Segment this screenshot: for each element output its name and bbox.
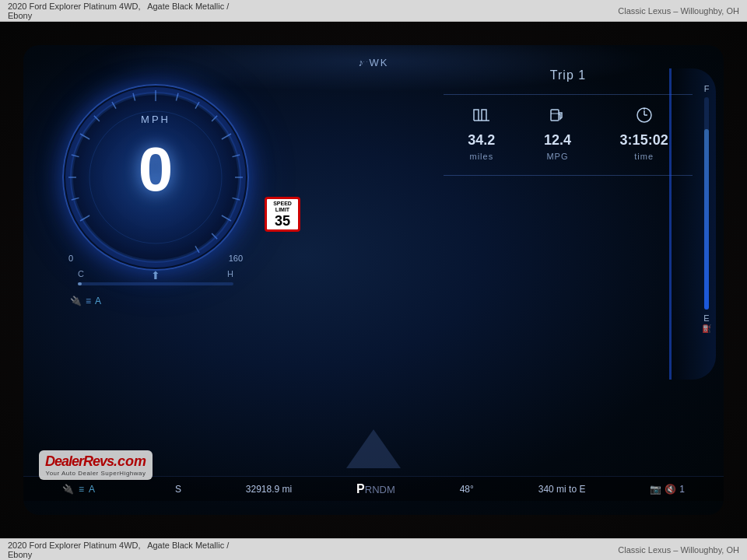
- a-icon: A: [95, 296, 101, 306]
- svg-rect-23: [551, 110, 559, 121]
- fuel-icon-metric: [549, 107, 566, 128]
- mpg-value: 12.4: [544, 132, 571, 149]
- distance-value: 34.2: [468, 132, 495, 149]
- menu-icon: ≡: [86, 296, 91, 306]
- trip-divider-top: [444, 94, 693, 95]
- station-name: WK: [370, 57, 389, 68]
- scale-min: 0: [68, 254, 73, 263]
- power-icon: 🔌: [70, 296, 82, 306]
- status-s: S: [175, 484, 181, 495]
- mpg-unit: MPG: [546, 152, 568, 161]
- bottom-title: 2020 Ford Explorer Platinum 4WD, Agate B…: [8, 541, 251, 559]
- trip-metrics: 34.2 miles 12.4 MPG: [444, 107, 693, 161]
- speed-limit-num: 35: [269, 214, 296, 228]
- watermark: DealerRevs.com Your Auto Dealer SuperHig…: [39, 450, 153, 480]
- power-status-icon: 🔌: [62, 484, 74, 495]
- time-icon: [636, 107, 653, 128]
- dashboard: ♪ WK ...: [0, 22, 747, 538]
- temp-labels: C ⬆ H: [62, 269, 249, 282]
- icons-row: 🔌 ≡ A: [62, 296, 249, 306]
- trip-panel: Trip 1 34.2 miles: [444, 68, 693, 302]
- odometer: 32918.9 mi: [246, 484, 292, 495]
- fuel-bar-fill: [704, 129, 709, 310]
- gear-p: P: [356, 482, 365, 495]
- instrument-cluster: ♪ WK ...: [23, 45, 724, 515]
- one-label: 1: [679, 484, 685, 495]
- speed-limit-text: SPEEDLIMIT: [269, 201, 296, 214]
- gear-indicator: PRNDM: [356, 482, 395, 496]
- bottom-dealer: Classic Lexus – Willoughby, OH: [496, 545, 739, 555]
- range-display: 340 mi to E: [538, 484, 586, 495]
- speed-limit-sign: SPEEDLIMIT 35: [265, 197, 300, 232]
- sound-icon: 🔇: [665, 484, 676, 495]
- car-title: 2020 Ford Explorer Platinum 4WD,: [8, 2, 141, 11]
- top-dots: ...: [359, 57, 370, 64]
- gear-rest: RNDM: [365, 484, 395, 495]
- a-status-icon: A: [89, 484, 95, 495]
- temp-bar: [78, 282, 233, 285]
- speed-unit: MPH: [62, 114, 249, 125]
- bottom-car-title: 2020 Ford Explorer Platinum 4WD,: [8, 541, 141, 550]
- distance-icon: [471, 107, 493, 128]
- bottom-bar: 2020 Ford Explorer Platinum 4WD, Agate B…: [0, 538, 747, 560]
- watermark-logo: DealerRevs.com Your Auto Dealer SuperHig…: [39, 450, 153, 480]
- camera-icon: 📷: [650, 484, 661, 495]
- temp-icon: ⬆: [151, 269, 160, 282]
- scale-max: 160: [229, 254, 243, 263]
- metric-distance: 34.2 miles: [468, 107, 495, 161]
- right-status-icons: 📷 🔇 1: [650, 484, 685, 495]
- fuel-pump-icon: ⛽: [702, 324, 711, 333]
- time-value: 3:15:02: [620, 132, 668, 149]
- metric-mpg: 12.4 MPG: [544, 107, 571, 161]
- fuel-gauge: F E ⛽: [699, 84, 714, 333]
- shift-display: [342, 429, 405, 468]
- top-bar-title: 2020 Ford Explorer Platinum 4WD, Agate B…: [8, 2, 251, 20]
- status-icons: 🔌 ≡ A: [62, 484, 95, 495]
- distance-unit: miles: [469, 152, 493, 161]
- time-unit: time: [634, 152, 654, 161]
- temp-cold: C: [78, 269, 84, 282]
- top-bar: 2020 Ford Explorer Platinum 4WD, Agate B…: [0, 0, 747, 22]
- fuel-label-full: F: [704, 84, 710, 93]
- fuel-bar: [704, 97, 709, 310]
- shift-triangle: [346, 429, 401, 468]
- speedometer: MPH 0 0 160 C ⬆ H 🔌 ≡ A: [54, 76, 257, 372]
- logo-text: DealerRevs: [45, 453, 114, 469]
- metric-time: 3:15:02 time: [620, 107, 668, 161]
- trip-divider-bottom: [444, 175, 693, 176]
- temp-hot: H: [227, 269, 233, 282]
- logo-tagline: Your Auto Dealer SuperHighway: [45, 470, 146, 477]
- speed-value: 0: [62, 138, 249, 201]
- top-bar-dealer: Classic Lexus – Willoughby, OH: [496, 6, 739, 16]
- temperature-display: 48°: [460, 484, 474, 495]
- menu-status-icon: ≡: [79, 484, 84, 495]
- info-bar: ♪ WK: [23, 57, 724, 68]
- trip-title: Trip 1: [444, 68, 693, 82]
- fuel-label-empty: E: [703, 313, 709, 323]
